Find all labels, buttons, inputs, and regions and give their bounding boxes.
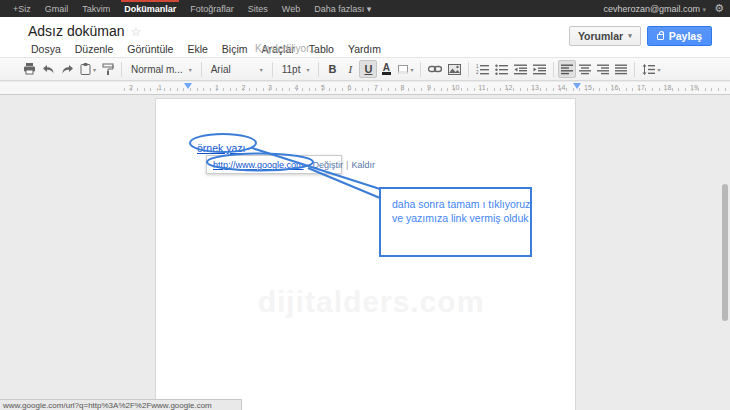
font-dropdown[interactable]: Arial ▾ xyxy=(206,60,268,78)
menu-görüntüle[interactable]: Görüntüle xyxy=(120,41,180,57)
line-spacing-caret-icon: ▾ xyxy=(657,66,660,73)
callout-text: daha sonra tamam ı tıklıyoruz ve yazımız… xyxy=(392,197,530,225)
font-size-dropdown[interactable]: 11pt ▾ xyxy=(277,60,315,78)
ruler-tick xyxy=(230,88,231,91)
ruler-tick xyxy=(606,88,607,91)
topnav-item-sites[interactable]: Sites xyxy=(241,0,275,17)
align-justify-button[interactable] xyxy=(612,60,630,78)
ruler-tick xyxy=(355,88,356,91)
ruler-tick xyxy=(157,88,158,91)
star-icon[interactable]: ☆ xyxy=(131,25,142,39)
ruler-tick xyxy=(566,88,567,91)
insert-link-button[interactable] xyxy=(425,60,445,78)
ruler-tick xyxy=(243,88,244,91)
ruler[interactable]: 2112345678910111213141516171819 xyxy=(0,82,730,95)
ruler-tick xyxy=(711,88,712,91)
google-docs-window: +SizGmailTakvimDokümanlarFotoğraflarSite… xyxy=(0,0,730,410)
bulleted-list-button[interactable] xyxy=(492,60,511,78)
decrease-indent-button[interactable] xyxy=(511,60,530,78)
bold-button[interactable]: B xyxy=(323,60,341,78)
bubble-url-link[interactable]: http://www.google.com xyxy=(213,160,304,170)
ruler-tick xyxy=(322,88,323,91)
align-right-button[interactable] xyxy=(594,60,612,78)
ruler-tick xyxy=(348,88,349,91)
toolbar-separator xyxy=(318,62,319,77)
web-clipboard-caret-icon: ▾ xyxy=(93,66,96,73)
ruler-tick xyxy=(553,88,554,91)
ruler-tick xyxy=(381,88,382,91)
ruler-tick xyxy=(672,88,673,91)
ruler-tick xyxy=(718,88,719,91)
underline-button[interactable]: U xyxy=(359,60,377,78)
font-size-value: 11pt xyxy=(282,64,301,75)
ruler-tick xyxy=(659,88,660,91)
status-url-text: www.google.com/url?q=http%3A%2F%2Fwww.go… xyxy=(3,401,212,410)
redo-button[interactable] xyxy=(58,60,77,78)
share-button[interactable]: Paylaş xyxy=(647,26,712,46)
ruler-tick xyxy=(282,88,283,91)
paint-format-button[interactable] xyxy=(99,60,117,78)
increase-indent-button[interactable] xyxy=(530,60,549,78)
document-link-text[interactable]: örnek yazı xyxy=(197,142,245,154)
document-title[interactable]: Adsız doküman xyxy=(28,23,125,39)
bubble-remove-link[interactable]: Kaldır xyxy=(351,160,375,170)
topnav-item-web[interactable]: Web xyxy=(275,0,307,17)
ruler-tick xyxy=(164,88,165,91)
topnav-item-dokümanlar[interactable]: Dokümanlar xyxy=(117,0,183,17)
ruler-tick xyxy=(639,88,640,91)
account-menu[interactable]: cevherozan@gmail.com ▾ xyxy=(603,4,706,14)
styles-dropdown[interactable]: Normal m... ▾ xyxy=(126,60,197,78)
account-email: cevherozan@gmail.com xyxy=(603,4,700,14)
highlight-color-button[interactable]: ▾ xyxy=(395,60,416,78)
topnav-item-fotoğraflar[interactable]: Fotoğraflar xyxy=(183,0,241,17)
toolbar-separator xyxy=(634,62,635,77)
ruler-tick xyxy=(144,88,145,91)
ruler-tick xyxy=(395,88,396,91)
font-size-caret-icon: ▾ xyxy=(306,66,309,73)
vertical-scrollbar-thumb[interactable] xyxy=(722,184,728,321)
google-services-bar: +SizGmailTakvimDokümanlarFotoğraflarSite… xyxy=(0,0,730,17)
ruler-tick xyxy=(593,88,594,91)
ruler-tick xyxy=(296,88,297,91)
ruler-tick xyxy=(309,88,310,91)
topnav-item-dahafazlası[interactable]: Daha fazlası ▾ xyxy=(307,0,378,17)
menu-yardım[interactable]: Yardım xyxy=(341,41,388,57)
ruler-tick xyxy=(678,88,679,91)
print-button[interactable] xyxy=(20,60,39,78)
ruler-tick xyxy=(414,88,415,91)
line-spacing-button[interactable]: ▾ xyxy=(639,60,663,78)
text-color-button[interactable]: A xyxy=(377,60,395,78)
ruler-tick xyxy=(447,88,448,91)
ruler-tick xyxy=(368,88,369,91)
gear-icon[interactable]: ⚙ xyxy=(714,2,724,15)
numbered-list-button[interactable]: 12 xyxy=(473,60,492,78)
menu-düzenle[interactable]: Düzenle xyxy=(68,41,121,57)
text-color-label: A xyxy=(382,63,391,75)
ruler-tick xyxy=(375,88,376,91)
menu-dosya[interactable]: Dosya xyxy=(24,41,68,57)
menu-ekle[interactable]: Ekle xyxy=(180,41,214,57)
ruler-tick xyxy=(560,88,561,91)
document-header: Adsız doküman☆ DosyaDüzenleGörüntüleEkle… xyxy=(0,17,730,57)
web-clipboard-button[interactable]: ▾ xyxy=(77,60,99,78)
ruler-tick xyxy=(467,88,468,91)
right-margin-marker[interactable] xyxy=(573,83,581,89)
undo-button[interactable] xyxy=(39,60,58,78)
topnav-item-gmail[interactable]: Gmail xyxy=(38,0,76,17)
topnav-item-takvim[interactable]: Takvim xyxy=(75,0,117,17)
insert-image-button[interactable] xyxy=(445,60,464,78)
comments-button[interactable]: Yorumlar ▾ xyxy=(569,26,641,46)
saving-status: Kaydediliyor... xyxy=(255,43,317,54)
align-left-button[interactable] xyxy=(558,60,576,78)
bold-label: B xyxy=(328,63,336,75)
bubble-edit-link[interactable]: Değiştir xyxy=(313,160,344,170)
italic-button[interactable]: I xyxy=(341,60,359,78)
comments-caret-icon: ▾ xyxy=(628,32,632,40)
menu-biçim[interactable]: Biçim xyxy=(215,41,255,57)
left-margin-marker[interactable] xyxy=(184,83,192,89)
align-center-button[interactable] xyxy=(576,60,594,78)
ruler-tick xyxy=(527,88,528,91)
account-caret-icon: ▾ xyxy=(703,6,707,13)
menu-bar: DosyaDüzenleGörüntüleEkleBiçimAraçlarTab… xyxy=(24,41,388,57)
topnav-item-plussiz[interactable]: +Siz xyxy=(6,0,38,17)
